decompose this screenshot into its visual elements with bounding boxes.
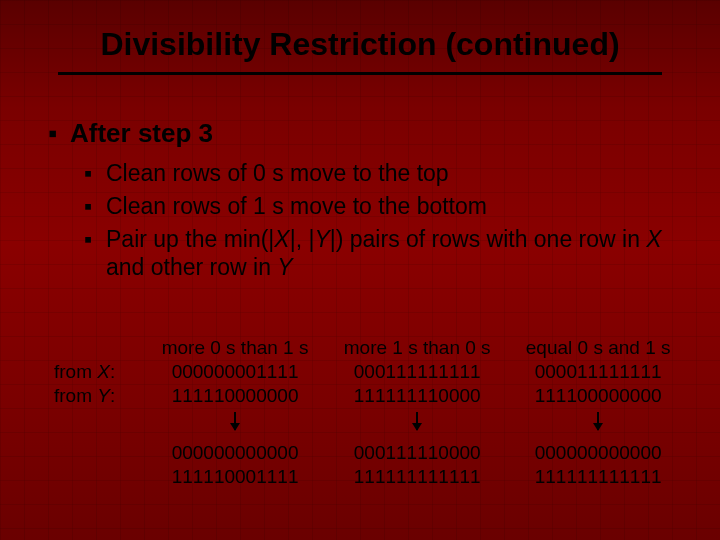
output-row-1: 000000000000 000111110000 000000000000 (48, 441, 688, 465)
bullet-level2: ▪Clean rows of 0 s move to the top (84, 159, 680, 188)
col-header: more 1 s than 0 s (326, 336, 508, 360)
bullet-level1: ▪After step 3 (48, 118, 680, 149)
cell: 000000000000 (508, 441, 688, 465)
bullet-level1-text: After step 3 (70, 118, 213, 148)
header-row: more 0 s than 1 s more 1 s than 0 s equa… (48, 336, 688, 360)
bullet-level2: ▪Clean rows of 1 s move to the bottom (84, 192, 680, 221)
cell: 111111111111 (326, 465, 508, 489)
bullet-square-icon: ▪ (84, 225, 106, 254)
down-arrow-icon (597, 412, 599, 430)
bullet-level2: ▪Pair up the min(|X|, |Y|) pairs of rows… (84, 225, 680, 283)
cell: 111110000000 (144, 384, 326, 408)
bullet-level2-text: Clean rows of 1 s move to the bottom (106, 192, 666, 221)
arrow-row (48, 408, 688, 441)
cell: 111111111111 (508, 465, 688, 489)
row-label: from X: (48, 360, 144, 384)
col-header: equal 0 s and 1 s (508, 336, 688, 360)
col-header: more 0 s than 1 s (144, 336, 326, 360)
cell: 000000001111 (144, 360, 326, 384)
input-row-x: from X: 000000001111 000111111111 000011… (48, 360, 688, 384)
input-row-y: from Y: 111110000000 111111110000 111100… (48, 384, 688, 408)
example-table: more 0 s than 1 s more 1 s than 0 s equa… (48, 336, 688, 489)
bullet-level2-text: Pair up the min(|X|, |Y|) pairs of rows … (106, 225, 666, 283)
cell: 000111111111 (326, 360, 508, 384)
cell: 111100000000 (508, 384, 688, 408)
cell: 111110001111 (144, 465, 326, 489)
cell: 111111110000 (326, 384, 508, 408)
bullet-square-icon: ▪ (84, 192, 106, 221)
title-underline (58, 72, 662, 75)
content-area: ▪After step 3 ▪Clean rows of 0 s move to… (48, 118, 680, 286)
slide-title: Divisibility Restriction (continued) (0, 26, 720, 63)
cell: 000000000000 (144, 441, 326, 465)
output-row-2: 111110001111 111111111111 111111111111 (48, 465, 688, 489)
row-label: from Y: (48, 384, 144, 408)
down-arrow-icon (234, 412, 236, 430)
bullet-square-icon: ▪ (48, 118, 70, 149)
bullet-level2-text: Clean rows of 0 s move to the top (106, 159, 666, 188)
slide: Divisibility Restriction (continued) ▪Af… (0, 0, 720, 540)
cell: 000011111111 (508, 360, 688, 384)
bullet-square-icon: ▪ (84, 159, 106, 188)
cell: 000111110000 (326, 441, 508, 465)
down-arrow-icon (416, 412, 418, 430)
